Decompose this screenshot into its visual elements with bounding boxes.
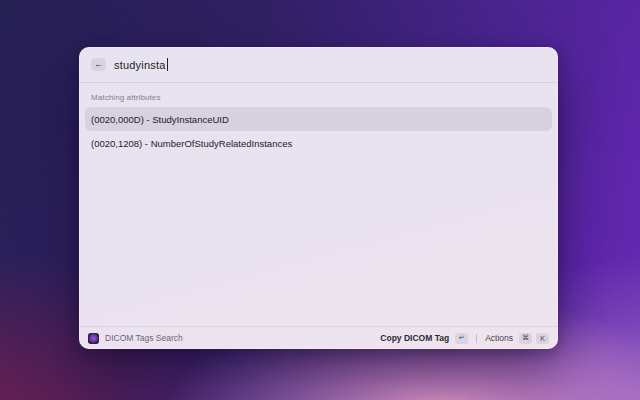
section-header: Matching attributes [85, 87, 552, 107]
dicom-search-window: ← studyinsta Matching attributes (0020,0… [79, 47, 558, 349]
k-key-icon[interactable]: K [536, 333, 549, 344]
dicom-app-icon [88, 333, 99, 344]
result-row-studyinstanceuid[interactable]: (0020,000D) - StudyInstanceUID [85, 107, 552, 131]
search-bar: ← studyinsta [79, 47, 558, 83]
actions-button[interactable]: Actions [485, 333, 513, 343]
text-cursor [167, 58, 169, 71]
result-row-label: (0020,1208) - NumberOfStudyRelatedInstan… [91, 138, 292, 149]
return-key-icon[interactable]: ↵ [455, 333, 468, 344]
back-button[interactable]: ← [91, 58, 106, 71]
result-row-label: (0020,000D) - StudyInstanceUID [91, 114, 229, 125]
command-key-icon[interactable]: ⌘ [519, 333, 532, 344]
search-input[interactable]: studyinsta [114, 58, 168, 71]
results-list: Matching attributes (0020,000D) - StudyI… [79, 83, 558, 326]
result-row-numberofstudyrelatedinstances[interactable]: (0020,1208) - NumberOfStudyRelatedInstan… [85, 131, 552, 155]
search-input-value: studyinsta [114, 59, 166, 71]
app-name-label: DICOM Tags Search [105, 333, 183, 343]
back-arrow-icon: ← [94, 60, 103, 69]
footer-bar: DICOM Tags Search Copy DICOM Tag ↵ Actio… [79, 326, 558, 349]
copy-dicom-tag-button[interactable]: Copy DICOM Tag [380, 333, 449, 343]
actions-shortcut: ⌘ K [519, 333, 549, 344]
footer-divider [476, 334, 477, 343]
